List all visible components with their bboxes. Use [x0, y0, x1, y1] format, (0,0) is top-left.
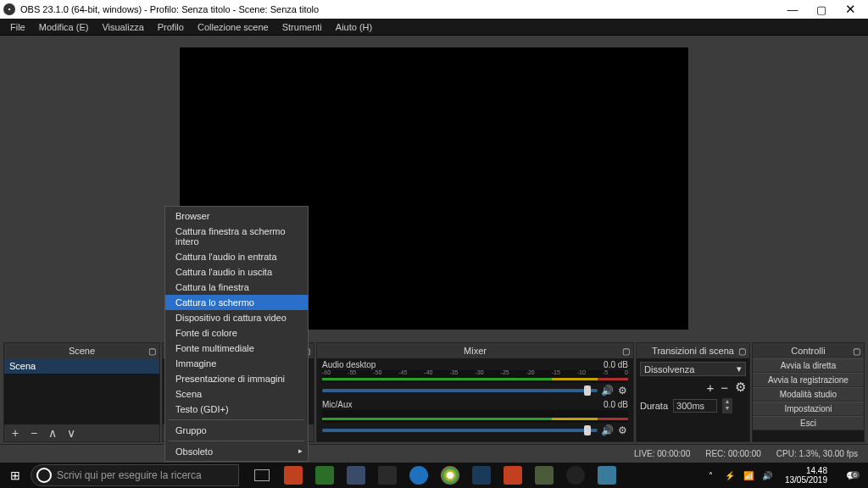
mixer-ch2-mute-icon[interactable]: 🔊: [601, 424, 613, 436]
task-view-button[interactable]: [248, 463, 276, 488]
maximize-button[interactable]: ▢: [807, 0, 836, 19]
scenes-title: Scene: [69, 346, 95, 356]
cm-audio-input[interactable]: Cattura l'audio in entrata: [165, 249, 308, 264]
menu-file[interactable]: File: [3, 20, 32, 34]
taskbar-app[interactable]: [530, 463, 559, 488]
taskbar-app[interactable]: [498, 463, 527, 488]
controls-body: Avvia la diretta Avvia la registrazione …: [753, 358, 864, 441]
window-titlebar: OBS 23.1.0 (64-bit, windows) - Profilo: …: [0, 0, 868, 19]
exit-button[interactable]: Esci: [753, 416, 864, 430]
scenes-toolbar: + − ∧ ∨: [4, 424, 159, 441]
taskbar-app[interactable]: [373, 463, 402, 488]
system-tray: ˄ ⚡ 📶 🔊 14.48 13/05/2019 💬6: [700, 466, 868, 485]
add-source-context-menu: Browser Cattura finestra a schermo inter…: [164, 206, 309, 462]
transitions-title: Transizioni di scena: [652, 346, 734, 356]
mixer-ch1-meter: -60-55-50-45-40-35-30-25-20-15-10-50: [322, 370, 628, 383]
tray-network-icon[interactable]: ⚡: [724, 471, 736, 480]
cm-scene[interactable]: Scena: [165, 386, 308, 402]
mixer-dock: Mixer ▢ Audio desktop 0.0 dB -60-55-50-4…: [316, 342, 634, 442]
tray-wifi-icon[interactable]: 📶: [743, 471, 754, 480]
cm-display-capture[interactable]: Cattura lo schermo: [165, 295, 308, 310]
transition-add-button[interactable]: +: [706, 380, 714, 395]
taskbar-app[interactable]: [436, 463, 465, 488]
taskbar-clock[interactable]: 14.48 13/05/2019: [780, 466, 832, 485]
cm-fullscreen-capture[interactable]: Cattura finestra a schermo intero: [165, 224, 308, 249]
taskbar-app[interactable]: [310, 463, 339, 488]
scene-remove-button[interactable]: −: [26, 426, 42, 440]
taskbar-obs[interactable]: [561, 463, 590, 488]
status-cpu: CPU: 1.3%, 30.00 fps: [776, 449, 858, 458]
status-bar: LIVE: 00:00:00 REC: 00:00:00 CPU: 1.3%, …: [0, 444, 868, 463]
cm-text-gdi[interactable]: Testo (GDI+): [165, 402, 308, 417]
settings-button[interactable]: Impostazioni: [753, 402, 864, 416]
transition-settings-button[interactable]: ⚙: [735, 380, 746, 395]
taskbar-app[interactable]: [404, 463, 433, 488]
studio-mode-button[interactable]: Modalità studio: [753, 387, 864, 402]
workspace: Scene ▢ Scena + − ∧ ∨ Origini ▢ + −: [0, 36, 868, 444]
transitions-popout-icon[interactable]: ▢: [738, 347, 746, 356]
cm-image[interactable]: Immagine: [165, 356, 308, 371]
obs-logo-icon: [3, 3, 15, 15]
transitions-header: Transizioni di scena ▢: [637, 343, 749, 358]
duration-spinner[interactable]: ▲▼: [722, 398, 732, 413]
menu-tools[interactable]: Strumenti: [275, 20, 329, 34]
start-button[interactable]: ⊞: [0, 463, 31, 488]
taskbar-app[interactable]: [342, 463, 370, 488]
menu-view[interactable]: Visualizza: [95, 20, 150, 34]
mixer-popout-icon[interactable]: ▢: [622, 347, 630, 356]
mixer-ch2-settings-icon[interactable]: ⚙: [616, 424, 628, 436]
clock-time: 14.48: [785, 466, 827, 475]
docks-row: Scene ▢ Scena + − ∧ ∨ Origini ▢ + −: [0, 341, 868, 444]
menu-profile[interactable]: Profilo: [151, 20, 191, 34]
mixer-ch1-mute-icon[interactable]: 🔊: [601, 385, 613, 396]
clock-date: 13/05/2019: [785, 475, 827, 485]
taskbar-app[interactable]: [279, 463, 308, 488]
cm-separator: [169, 419, 304, 420]
scenes-popout-icon[interactable]: ▢: [148, 347, 156, 356]
scenes-body[interactable]: Scena: [4, 358, 159, 424]
scene-up-button[interactable]: ∧: [45, 426, 60, 440]
scene-item[interactable]: Scena: [4, 358, 159, 374]
cm-deprecated[interactable]: Obsoleto: [165, 444, 308, 459]
cm-color-source[interactable]: Fonte di colore: [165, 325, 308, 341]
cm-group[interactable]: Gruppo: [165, 423, 308, 438]
taskbar-search[interactable]: Scrivi qui per eseguire la ricerca: [31, 464, 239, 486]
cm-browser[interactable]: Browser: [165, 208, 308, 224]
start-record-button[interactable]: Avvia la registrazione: [753, 373, 864, 387]
cm-image-slideshow[interactable]: Presentazione di immagini: [165, 371, 308, 386]
start-stream-button[interactable]: Avvia la diretta: [753, 358, 864, 373]
menu-help[interactable]: Aiuto (H): [329, 20, 379, 34]
tray-volume-icon[interactable]: 🔊: [761, 471, 773, 480]
mixer-title: Mixer: [464, 346, 487, 356]
taskbar-app[interactable]: [593, 463, 621, 488]
menubar: File Modifica (E) Visualizza Profilo Col…: [0, 19, 868, 36]
menu-scene-collection[interactable]: Collezione scene: [191, 20, 275, 34]
tray-chevron-icon[interactable]: ˄: [705, 471, 717, 480]
cm-media-source[interactable]: Fonte multimediale: [165, 341, 308, 356]
mixer-ch1-slider[interactable]: [322, 389, 598, 392]
status-rec: REC: 00:00:00: [705, 449, 761, 458]
controls-title: Controlli: [791, 346, 825, 356]
transition-duration-input[interactable]: [673, 399, 717, 413]
mixer-ch2-slider[interactable]: [322, 429, 598, 432]
transitions-dock: Transizioni di scena ▢ Dissolvenza ▾ + −…: [636, 342, 750, 442]
cm-audio-output[interactable]: Cattura l'audio in uscita: [165, 264, 308, 280]
mixer-ch2-db: 0.0 dB: [604, 400, 628, 409]
cm-window-capture[interactable]: Cattura la finestra: [165, 280, 308, 295]
cm-video-capture[interactable]: Dispositivo di cattura video: [165, 310, 308, 325]
cortana-icon: [36, 468, 52, 483]
scene-down-button[interactable]: ∨: [64, 426, 79, 440]
transition-duration-label: Durata: [640, 401, 668, 411]
taskbar-app[interactable]: [467, 463, 496, 488]
close-button[interactable]: ✕: [836, 0, 865, 19]
transition-select[interactable]: Dissolvenza ▾: [640, 362, 746, 376]
scene-add-button[interactable]: +: [8, 426, 23, 440]
chevron-down-icon: ▾: [737, 363, 742, 374]
mixer-ch1-settings-icon[interactable]: ⚙: [616, 385, 628, 396]
controls-popout-icon[interactable]: ▢: [853, 347, 860, 356]
transition-remove-button[interactable]: −: [721, 380, 728, 395]
minimize-button[interactable]: —: [778, 0, 807, 19]
transition-mode-label: Dissolvenza: [644, 364, 694, 374]
menu-edit[interactable]: Modifica (E): [32, 20, 96, 34]
action-center-button[interactable]: 💬6: [839, 471, 863, 480]
